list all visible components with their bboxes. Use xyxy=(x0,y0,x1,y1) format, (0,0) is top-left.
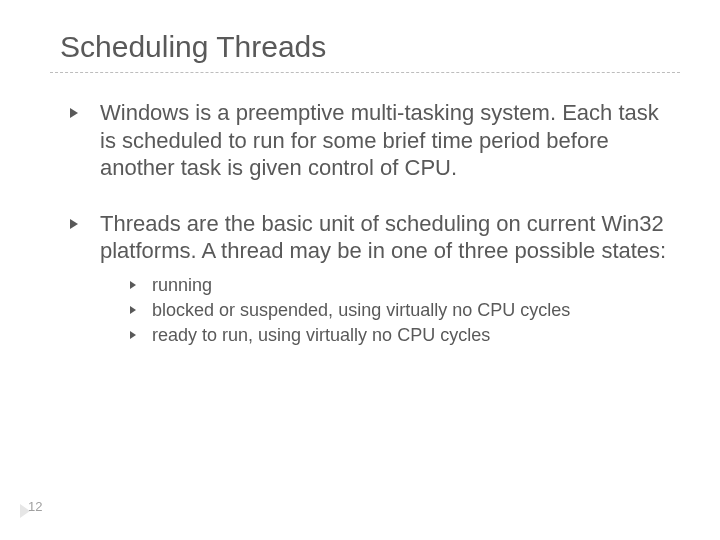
bullet-text: Windows is a preemptive multi-tasking sy… xyxy=(100,100,659,180)
title-divider xyxy=(50,72,680,73)
slide: Scheduling Threads Windows is a preempti… xyxy=(0,0,720,396)
page-number: 12 xyxy=(28,499,42,514)
sub-bullet-list: running blocked or suspended, using virt… xyxy=(100,273,680,349)
bullet-item: Threads are the basic unit of scheduling… xyxy=(70,210,680,349)
bullet-text: Threads are the basic unit of scheduling… xyxy=(100,211,666,264)
sub-bullet-item: blocked or suspended, using virtually no… xyxy=(130,298,680,323)
bullet-item: Windows is a preemptive multi-tasking sy… xyxy=(70,99,680,182)
sub-bullet-item: ready to run, using virtually no CPU cyc… xyxy=(130,323,680,348)
slide-title: Scheduling Threads xyxy=(60,30,680,64)
sub-bullet-item: running xyxy=(130,273,680,298)
bullet-list: Windows is a preemptive multi-tasking sy… xyxy=(50,99,680,348)
